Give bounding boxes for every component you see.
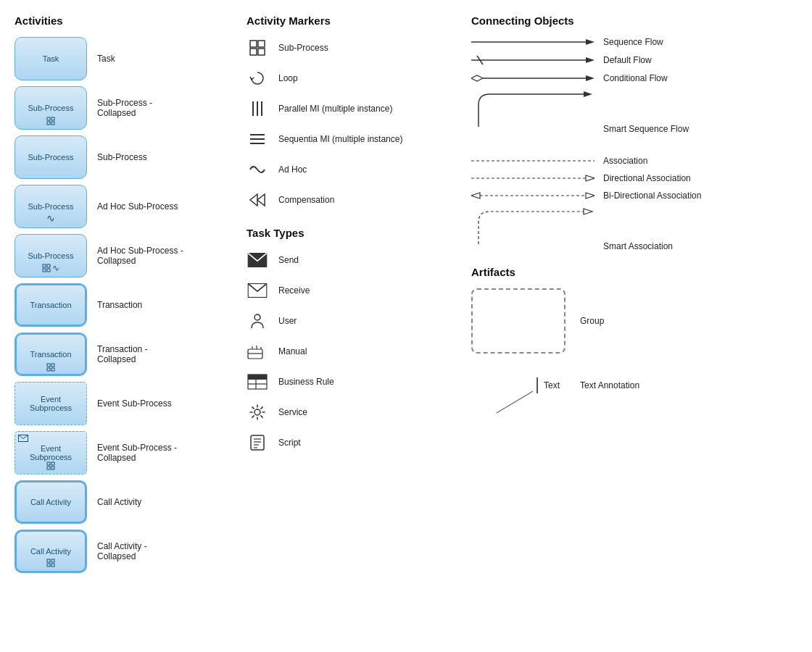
- group-box: [471, 288, 566, 354]
- svg-marker-57: [586, 75, 594, 81]
- script-label: Script: [278, 438, 301, 448]
- compensation-arrow-icon: [249, 191, 266, 209]
- service-label: Service: [278, 407, 307, 417]
- grid-icon-small: [42, 264, 51, 272]
- adhoc-icon: [249, 161, 266, 178]
- adhoc-tilde-marker: ∿: [46, 212, 55, 224]
- service-gear-icon: [249, 404, 266, 421]
- adhoc-subprocess-box[interactable]: Sub-Process ∿: [14, 185, 87, 228]
- task-label: Task: [97, 54, 115, 64]
- task-row: Task Task: [14, 37, 239, 80]
- parallel-mi-icon: [246, 98, 268, 120]
- svg-marker-54: [586, 57, 594, 63]
- manual-label: Manual: [278, 346, 307, 356]
- sequence-flow-label: Sequence Flow: [603, 37, 663, 47]
- default-flow-svg: [471, 54, 594, 66]
- svg-rect-22: [258, 41, 265, 47]
- subprocess-box-label: Sub-Process: [25, 153, 77, 162]
- business-rule-row: Business Rule: [246, 371, 464, 393]
- transaction-collapsed-row: Transaction Transaction -Collapsed: [14, 333, 239, 376]
- annotation-line-svg: [493, 385, 536, 414]
- call-activity-box[interactable]: Call Activity: [14, 480, 87, 524]
- bidirectional-association-row: Bi-Directional Association: [471, 191, 812, 201]
- default-flow-label: Default Flow: [603, 55, 652, 65]
- manual-row: Manual: [246, 340, 464, 362]
- conditional-flow-row: Conditional Flow: [471, 73, 812, 83]
- smart-sequence-flow-svg: [471, 91, 594, 134]
- service-row: Service: [246, 401, 464, 423]
- activities-section: Activities Task Task Sub-Process: [14, 14, 239, 579]
- association-line: [471, 156, 594, 166]
- user-person-icon: [249, 312, 266, 330]
- subprocess-box[interactable]: Sub-Process: [14, 135, 87, 179]
- receive-envelope-icon: [247, 283, 268, 298]
- business-rule-icon: [246, 371, 268, 393]
- svg-rect-11: [51, 368, 54, 371]
- call-activity-collapsed-box-label: Call Activity: [28, 547, 74, 556]
- bidirectional-association-label: Bi-Directional Association: [603, 191, 701, 201]
- annotation-line-container: [493, 385, 522, 407]
- script-lines-icon: [249, 434, 266, 451]
- text-annotation-row: Text Text Annotation: [471, 364, 812, 407]
- adhoc-grid-tilde-marker: ∿: [42, 263, 59, 273]
- sequential-mi-label: Sequentia MI (multiple instance): [278, 134, 402, 144]
- smart-association-label: Smart Association: [603, 241, 673, 251]
- compensation-icon: [246, 189, 268, 211]
- svg-rect-1: [51, 117, 54, 120]
- subprocess-collapsed-marker: [46, 117, 55, 125]
- svg-marker-64: [471, 193, 480, 198]
- svg-rect-8: [47, 364, 50, 367]
- task-box[interactable]: Task: [14, 37, 87, 80]
- loop-label: Loop: [278, 73, 298, 83]
- subprocess-collapsed-label: Sub-Process -Collapsed: [97, 98, 152, 118]
- transaction-box[interactable]: Transaction: [14, 283, 87, 327]
- transaction-collapsed-marker: [46, 363, 55, 372]
- directional-association-label: Directional Association: [603, 173, 691, 183]
- smart-sequence-flow-label: Smart Sequence Flow: [603, 124, 689, 134]
- transaction-collapsed-label: Transaction -Collapsed: [97, 344, 148, 364]
- svg-marker-31: [250, 194, 257, 206]
- markers-section: Activity Markers Sub-Process Lo: [239, 14, 464, 579]
- svg-rect-17: [47, 559, 50, 562]
- event-subprocess-collapsed-marker: [46, 461, 55, 470]
- smart-association-line: [471, 208, 594, 251]
- manual-icon: [246, 340, 268, 362]
- event-subprocess-box-label: EventSubprocess: [27, 395, 75, 412]
- event-subprocess-box[interactable]: EventSubprocess: [14, 382, 87, 425]
- event-subprocess-collapsed-box[interactable]: EventSubprocess: [14, 431, 87, 475]
- call-activity-collapsed-marker: [46, 559, 55, 567]
- directional-association-svg: [471, 173, 594, 183]
- sequential-mi-icon: [246, 128, 268, 150]
- svg-marker-59: [584, 91, 592, 97]
- conditional-flow-svg: [471, 73, 594, 83]
- association-svg: [471, 156, 594, 166]
- grid-icon-event: [46, 461, 55, 470]
- loop-icon: [249, 70, 266, 87]
- receive-label: Receive: [278, 285, 310, 296]
- group-artifact-row: Group: [471, 288, 812, 354]
- bidirectional-association-svg: [471, 191, 594, 201]
- svg-marker-65: [586, 193, 594, 198]
- call-activity-collapsed-box[interactable]: Call Activity: [14, 530, 87, 573]
- conditional-flow-label: Conditional Flow: [603, 73, 668, 83]
- activities-title: Activities: [14, 14, 239, 27]
- call-activity-row: Call Activity Call Activity: [14, 480, 239, 524]
- parallel-mi-label: Parallel MI (multiple instance): [278, 104, 392, 114]
- subprocess-row: Sub-Process Sub-Process: [14, 135, 239, 179]
- svg-marker-58: [471, 75, 483, 81]
- parallel-mi-row: Parallel MI (multiple instance): [246, 98, 464, 120]
- service-icon: [246, 401, 268, 423]
- svg-rect-10: [47, 368, 50, 371]
- svg-line-67: [497, 391, 533, 413]
- transaction-collapsed-box[interactable]: Transaction: [14, 333, 87, 376]
- tilde-icon-small: ∿: [52, 263, 59, 273]
- transaction-collapsed-box-label: Transaction: [27, 350, 74, 359]
- svg-rect-14: [51, 462, 54, 465]
- svg-rect-21: [250, 41, 257, 47]
- call-activity-label: Call Activity: [97, 497, 141, 507]
- text-annotation-label: Text Annotation: [580, 380, 639, 390]
- conditional-flow-line: [471, 73, 594, 83]
- business-rule-label: Business Rule: [278, 377, 334, 387]
- adhoc-subprocess-collapsed-box[interactable]: Sub-Process ∿: [14, 234, 87, 277]
- subprocess-collapsed-box[interactable]: Sub-Process: [14, 86, 87, 130]
